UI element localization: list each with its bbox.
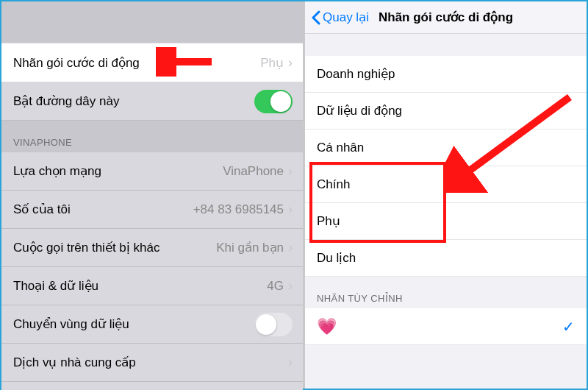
nav-bar: Quay lại Nhãn gói cước di động xyxy=(305,1,587,34)
chevron-right-icon: › xyxy=(288,55,293,71)
row-label: Số của tôi xyxy=(13,202,193,217)
chevron-right-icon: › xyxy=(288,355,293,370)
option-business[interactable]: Doanh nghiệp xyxy=(305,56,587,93)
settings-screen-left: Nhãn gói cước di động Phụ › Bật đường dâ… xyxy=(1,1,303,389)
option-label: Dữ liệu di động xyxy=(317,103,402,118)
option-primary[interactable]: Chính xyxy=(305,166,587,203)
heart-icon: 💗 xyxy=(317,317,337,336)
row-value: Phụ xyxy=(260,55,284,71)
option-label: Du lịch xyxy=(317,250,356,266)
sim-pin-row[interactable]: PIN của SIM › xyxy=(1,382,303,390)
section-header-vinaphone: VINAPHONE xyxy=(1,121,303,152)
carrier-services-row[interactable]: Dịch vụ nhà cung cấp › xyxy=(1,344,303,382)
data-roaming-row[interactable]: Chuyển vùng dữ liệu xyxy=(1,305,303,344)
option-personal[interactable]: Cá nhân xyxy=(305,130,587,166)
option-label: Chính xyxy=(317,177,350,192)
row-label: Thoại & dữ liệu xyxy=(13,278,267,294)
cellular-plan-label-row[interactable]: Nhãn gói cước di động Phụ › xyxy=(1,43,303,82)
voice-and-data-row[interactable]: Thoại & dữ liệu 4G › xyxy=(1,267,303,305)
toggle-knob xyxy=(256,314,276,335)
option-cellular-data[interactable]: Dữ liệu di động xyxy=(305,93,587,130)
row-value: VinaPhone xyxy=(223,164,284,179)
section-header-custom: NHÃN TÙY CHỈNH xyxy=(305,277,587,308)
chevron-right-icon: › xyxy=(288,278,293,294)
checkmark-icon: ✓ xyxy=(562,318,575,336)
row-label: Lựa chọn mạng xyxy=(13,163,223,179)
row-label: Nhãn gói cước di động xyxy=(13,55,260,71)
option-secondary[interactable]: Phụ xyxy=(305,203,587,240)
calls-on-other-devices-row[interactable]: Cuộc gọi trên thiết bị khác Khi gần bạn … xyxy=(1,229,303,267)
option-travel[interactable]: Du lịch xyxy=(305,240,587,277)
row-value: +84 83 6985145 xyxy=(193,202,284,217)
enable-line-toggle[interactable] xyxy=(254,90,293,113)
row-label: Cuộc gọi trên thiết bị khác xyxy=(13,240,216,255)
toggle-knob xyxy=(270,91,291,112)
my-number-row[interactable]: Số của tôi +84 83 6985145 › xyxy=(1,191,303,229)
option-label: Phụ xyxy=(317,213,340,229)
back-label: Quay lại xyxy=(323,10,369,25)
chevron-right-icon: › xyxy=(288,240,293,255)
row-label: Bật đường dây này xyxy=(13,93,254,109)
option-label: Cá nhân xyxy=(317,141,364,155)
option-custom-heart[interactable]: 💗 ✓ xyxy=(305,308,587,345)
chevron-right-icon: › xyxy=(288,202,293,217)
back-button[interactable]: Quay lại xyxy=(311,10,369,25)
row-value: Khi gần bạn xyxy=(216,240,284,255)
chevron-left-icon xyxy=(311,10,321,25)
option-label: Doanh nghiệp xyxy=(317,66,395,82)
row-label: Dịch vụ nhà cung cấp xyxy=(13,355,288,370)
enable-line-row[interactable]: Bật đường dây này xyxy=(1,82,303,121)
data-roaming-toggle[interactable] xyxy=(254,313,293,336)
network-selection-row[interactable]: Lựa chọn mạng VinaPhone › xyxy=(1,152,303,191)
row-label: Chuyển vùng dữ liệu xyxy=(13,316,254,332)
row-value: 4G xyxy=(267,279,284,294)
chevron-right-icon: › xyxy=(288,163,293,179)
dimmed-area xyxy=(1,1,303,43)
label-picker-screen: Quay lại Nhãn gói cước di động Doanh ngh… xyxy=(303,1,587,389)
